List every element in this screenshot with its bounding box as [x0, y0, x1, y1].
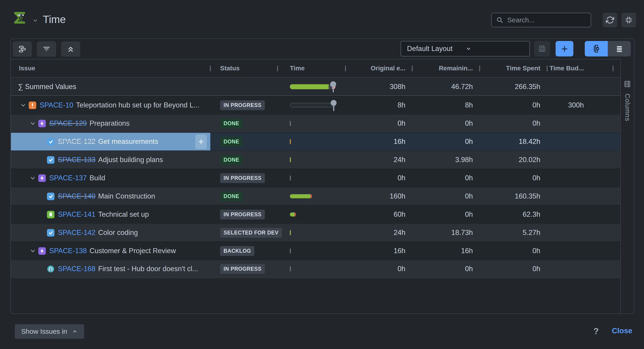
save-layout-button[interactable]	[534, 41, 550, 56]
summed-progress-bar	[290, 84, 336, 89]
remaining-estimate: 3.98h	[412, 156, 480, 164]
columns-side-tab[interactable]: Columns	[620, 59, 634, 314]
chevron-down-icon[interactable]	[32, 18, 39, 23]
table-row[interactable]: SPACE-168 First test - Hub door doesn't …	[11, 260, 620, 278]
chevron-up-icon	[72, 329, 78, 334]
status-badge: IN PROGRESS	[220, 210, 265, 219]
time-spent: 18.42h	[480, 137, 547, 146]
time-budget: 300h	[547, 101, 593, 109]
remaining-estimate: 0h	[412, 174, 480, 182]
header-remaining[interactable]: Remainin...	[412, 59, 480, 77]
table-row[interactable]: SPACE-10 Teleportation hub set up for Be…	[11, 96, 620, 114]
time-tick	[290, 176, 291, 181]
filter-icon	[42, 45, 50, 53]
status-badge: SELECTED FOR DEV	[220, 228, 282, 238]
time-pin-marker[interactable]	[331, 100, 336, 111]
time-spent: 0h	[480, 119, 547, 127]
time-spent: 0h	[480, 265, 547, 273]
issue-key-link[interactable]: SPACE-129	[49, 119, 87, 127]
table-row[interactable]: SPACE-137 Build IN PROGRESS 0h 0h 0h	[11, 169, 620, 187]
structure-sigma-logo[interactable]	[12, 10, 26, 25]
issue-key-link[interactable]: SPACE-138	[49, 247, 87, 255]
save-disk-icon	[538, 45, 546, 53]
table-row-selected[interactable]: SPACE-132 Get measurements + DONE 16h 0h…	[11, 132, 620, 150]
original-estimate: 24h	[346, 229, 412, 237]
summed-values-label: ∑ Summed Values	[11, 83, 76, 91]
filter-button[interactable]	[37, 41, 56, 57]
remaining-estimate: 0h	[412, 119, 480, 127]
add-issue-button[interactable]: +	[556, 41, 573, 56]
epic-icon	[38, 247, 46, 255]
column-separator[interactable]	[612, 65, 614, 71]
time-pin-marker[interactable]	[330, 81, 336, 92]
group-button[interactable]	[13, 41, 32, 57]
chevron-down-icon[interactable]	[30, 120, 38, 127]
epic-icon	[38, 120, 46, 127]
issue-key-link[interactable]: SPACE-133	[58, 156, 96, 164]
issue-key-link[interactable]: SPACE-10	[40, 101, 74, 109]
group-rows-icon	[18, 45, 26, 53]
task-icon	[47, 138, 54, 145]
top-bar: Time	[0, 0, 644, 36]
table-row[interactable]: SPACE-129 Preparations DONE 0h 0h 0h	[11, 114, 620, 132]
chevron-down-icon[interactable]	[30, 175, 38, 181]
help-button[interactable]: ?	[594, 327, 599, 336]
summed-values-row: ∑ Summed Values 308h 46.72h 266.35h	[11, 78, 620, 96]
original-estimate: 160h	[346, 192, 412, 200]
hierarchy-tree-icon	[592, 44, 601, 53]
collapse-all-button[interactable]	[61, 41, 80, 57]
issue-key-link[interactable]: SPACE-132	[58, 137, 96, 146]
list-view-button[interactable]	[608, 41, 631, 56]
custom-issue-type-icon	[47, 265, 54, 273]
view-mode-toggle	[585, 41, 631, 56]
table-row[interactable]: SPACE-138 Customer & Project Review BACK…	[11, 242, 620, 260]
remaining-estimate: 0h	[412, 192, 480, 200]
header-time[interactable]: Time	[278, 59, 346, 77]
header-issue[interactable]: Issue	[11, 59, 210, 77]
header-status[interactable]: Status	[210, 59, 278, 77]
header-original-estimate[interactable]: Original e...	[346, 59, 412, 77]
remaining-estimate: 0h	[412, 137, 480, 146]
status-badge: BACKLOG	[220, 246, 254, 256]
original-estimate: 16h	[346, 247, 412, 255]
table-row[interactable]: SPACE-142 Color coding SELECTED FOR DEV …	[11, 223, 620, 242]
search-input[interactable]	[507, 16, 595, 24]
chevron-down-icon[interactable]	[20, 102, 29, 108]
header-filler	[593, 59, 620, 77]
issue-key-link[interactable]: SPACE-137	[49, 174, 87, 182]
issue-summary: Adjust building plans	[98, 156, 163, 164]
status-badge: IN PROGRESS	[220, 173, 265, 183]
issue-key-link[interactable]: SPACE-142	[58, 229, 96, 237]
table-row[interactable]: SPACE-141 Technical set up IN PROGRESS 6…	[11, 205, 620, 223]
table-row[interactable]: SPACE-133 Adjust building plans DONE 24h…	[11, 150, 620, 169]
status-badge: DONE	[220, 191, 243, 201]
table-row[interactable]: SPACE-140 Main Construction DONE 160h 0h…	[11, 187, 620, 205]
original-estimate: 0h	[346, 174, 412, 182]
search-box	[491, 13, 591, 27]
layout-select[interactable]: Default Layout	[400, 41, 530, 56]
compress-button[interactable]	[622, 13, 636, 27]
columns-tab-label: Columns	[624, 94, 631, 121]
close-button[interactable]: Close	[612, 327, 632, 335]
task-icon	[47, 156, 54, 164]
issue-key-link[interactable]: SPACE-141	[58, 210, 96, 219]
issue-summary: First test - Hub door doesn't cl...	[98, 265, 198, 273]
collapse-icon	[625, 16, 633, 24]
original-estimate: 0h	[346, 119, 412, 127]
header-time-spent[interactable]: Time Spent	[480, 59, 547, 77]
task-icon	[47, 193, 54, 200]
header-time-budget[interactable]: Time Bud...	[547, 59, 593, 77]
issue-summary: Teleportation hub set up for Beyond L...	[76, 101, 200, 109]
issue-key-link[interactable]: SPACE-140	[58, 192, 96, 200]
add-subtask-button[interactable]: +	[195, 135, 207, 149]
summed-remaining: 46.72h	[412, 83, 480, 91]
refresh-button[interactable]	[603, 13, 617, 27]
issue-key-link[interactable]: SPACE-168	[58, 265, 96, 273]
problem-icon	[29, 101, 36, 109]
show-issues-in-button[interactable]: Show Issues in	[15, 324, 84, 339]
chevron-down-icon[interactable]	[30, 248, 38, 254]
hierarchy-view-button[interactable]	[585, 41, 608, 56]
time-spent: 5.27h	[480, 229, 547, 237]
table-header: Issue Status Time Original e... Remainin…	[11, 59, 620, 78]
status-badge: DONE	[220, 137, 243, 147]
